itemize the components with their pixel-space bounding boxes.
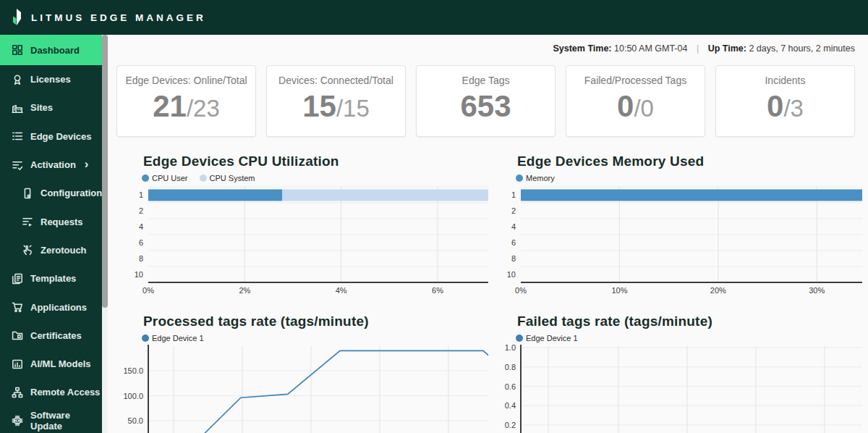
sidebar-item-remote-access[interactable]: Remote Access [0, 378, 102, 406]
legend-dot-icon [200, 175, 207, 182]
sidebar-item-sites[interactable]: Sites [0, 93, 102, 122]
legend-item-edge-device-1[interactable]: Edge Device 1 [516, 334, 578, 342]
stat-card-incidents: Incidents0/3 [715, 65, 855, 137]
applications-icon [12, 301, 23, 313]
sidebar-item-label: Dashboard [30, 45, 80, 56]
svg-text:2: 2 [511, 206, 516, 215]
svg-text:6%: 6% [432, 286, 443, 294]
stat-card-label: Incidents [765, 75, 805, 86]
sidebar-item-label: Activation [30, 159, 76, 170]
stat-card-value: 653 [460, 91, 511, 122]
top-bar: LITMUS EDGE MANAGER [0, 0, 868, 35]
sidebar-item-licenses[interactable]: Licenses [0, 65, 102, 93]
brand[interactable]: LITMUS EDGE MANAGER [10, 8, 206, 27]
stat-card-edge-tags: Edge Tags653 [416, 65, 556, 137]
memory-chart-title: Edge Devices Memory Used [517, 154, 704, 169]
sidebar-item-label: Edge Devices [30, 131, 92, 142]
legend-label: Edge Device 1 [526, 334, 578, 342]
page-scrollbar-thumb[interactable] [102, 35, 108, 308]
stat-card-value: 0/3 [767, 91, 804, 122]
sidebar-item-requests[interactable]: Requests [0, 207, 102, 235]
templates-icon [12, 273, 23, 285]
stat-card-value: 0/0 [617, 91, 654, 122]
cpu-chart-title: Edge Devices CPU Utilization [143, 154, 339, 169]
stat-card-label: Edge Tags [462, 75, 510, 86]
activation-icon [12, 159, 23, 171]
sidebar-item-dashboard[interactable]: Dashboard [0, 35, 102, 65]
chevron-right-icon: › [85, 158, 89, 170]
sidebar-item-applications[interactable]: Applications [0, 293, 102, 321]
svg-text:0.4: 0.4 [505, 401, 516, 410]
licenses-icon [12, 74, 23, 85]
processed-tags-legend: Edge Device 1 [142, 334, 204, 342]
stat-card-primary-value: 15 [302, 89, 336, 123]
svg-text:10: 10 [135, 270, 143, 279]
svg-text:0.8: 0.8 [505, 363, 516, 371]
failed-tags-chart-title: Failed tags rate (tags/minute) [517, 314, 712, 329]
svg-text:4: 4 [511, 222, 516, 231]
aiml-models-icon [12, 358, 23, 370]
processed-tags-chart-title: Processed tags rate (tags/minute) [143, 314, 369, 329]
svg-text:150.0: 150.0 [123, 366, 143, 375]
stat-card-primary-value: 21 [153, 89, 187, 123]
svg-text:100.0: 100.0 [123, 392, 143, 400]
svg-text:1: 1 [511, 190, 516, 199]
sidebar-item-label: Sites [30, 102, 53, 113]
stat-cards-row: Edge Devices: Online/Total21/23Devices: … [116, 65, 855, 137]
litmus-logo-icon [10, 8, 25, 27]
requests-icon [22, 216, 33, 227]
edge-devices-icon [12, 130, 23, 142]
stat-card-primary-value: 0 [617, 89, 634, 123]
sidebar-item-ai-ml-models[interactable]: AI/ML Models [0, 350, 102, 378]
brand-title: LITMUS EDGE MANAGER [31, 12, 206, 23]
sidebar-item-label: Requests [41, 216, 83, 227]
stat-card-devices-connected-total: Devices: Connected/Total15/15 [266, 65, 406, 137]
sidebar-item-label: Templates [30, 273, 76, 284]
stat-card-value: 21/23 [153, 91, 220, 122]
svg-text:4%: 4% [336, 286, 347, 294]
svg-text:6: 6 [139, 238, 143, 247]
certificates-icon [12, 329, 23, 341]
svg-text:1.0: 1.0 [505, 345, 516, 352]
stat-card-value: 15/15 [302, 91, 370, 122]
sidebar-item-label: Configuration [41, 188, 102, 198]
legend-item-cpu-system[interactable]: CPU System [200, 174, 255, 182]
sidebar-item-activation[interactable]: Activation› [0, 151, 102, 179]
sidebar-item-certificates[interactable]: Certificates [0, 321, 102, 350]
svg-text:0.2: 0.2 [505, 421, 516, 429]
memory-chart-legend: Memory [516, 174, 555, 182]
legend-label: Edge Device 1 [152, 334, 204, 342]
stat-card-failed-processed-tags: Failed/Processed Tags0/0 [566, 65, 705, 137]
sidebar-item-label: Certificates [30, 330, 82, 341]
svg-text:0.6: 0.6 [505, 382, 516, 391]
svg-text:50.0: 50.0 [128, 416, 143, 425]
svg-text:6: 6 [511, 238, 516, 247]
sidebar-item-templates[interactable]: Templates [0, 264, 102, 293]
status-separator: | [697, 43, 699, 54]
remote-access-icon [12, 387, 23, 398]
sidebar-item-configuration[interactable]: Configuration [0, 179, 102, 207]
legend-item-edge-device-1[interactable]: Edge Device 1 [142, 334, 204, 342]
stat-card-label: Failed/Processed Tags [584, 75, 686, 86]
page-scrollbar[interactable] [102, 35, 108, 433]
legend-label: CPU User [152, 174, 188, 182]
memory-used-chart: 12468100%10%20%30% [490, 185, 868, 294]
sites-icon [12, 102, 23, 114]
stat-card-label: Devices: Connected/Total [278, 75, 393, 86]
cpu-chart-legend: CPU UserCPU System [142, 174, 255, 182]
configuration-icon [22, 188, 33, 199]
legend-item-memory[interactable]: Memory [516, 174, 555, 182]
legend-item-cpu-user[interactable]: CPU User [142, 174, 188, 182]
uptime-value: 2 days, 7 hours, 2 minutes [749, 43, 855, 54]
legend-dot-icon [142, 175, 149, 182]
svg-text:8: 8 [511, 254, 516, 263]
sidebar-nav: DashboardLicensesSitesEdge DevicesActiva… [0, 35, 102, 433]
sidebar-item-software-update[interactable]: Software Update [0, 407, 102, 433]
sidebar-item-zerotouch[interactable]: Zerotouch [0, 236, 102, 264]
stat-card-label: Edge Devices: Online/Total [125, 75, 247, 86]
svg-text:10: 10 [507, 270, 516, 279]
legend-dot-icon [516, 335, 523, 342]
sidebar-item-edge-devices[interactable]: Edge Devices [0, 122, 102, 151]
stat-card-primary-value: 653 [460, 89, 511, 123]
system-time-value: 10:50 AM GMT-04 [614, 43, 687, 54]
